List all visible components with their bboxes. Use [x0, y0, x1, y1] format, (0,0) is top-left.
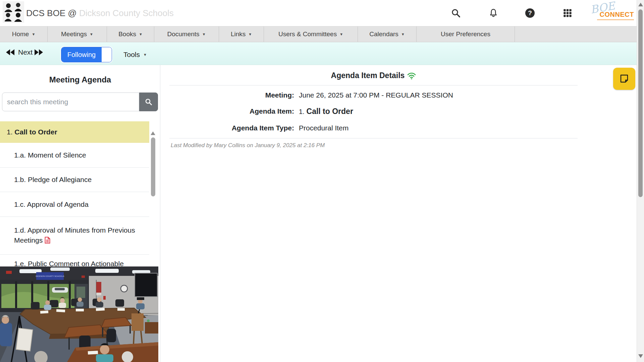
scrollbar-thumb[interactable]	[638, 9, 643, 197]
bell-icon	[488, 8, 498, 18]
next-item-button[interactable]: Next	[18, 48, 43, 56]
sidebar-title: Meeting Agenda	[0, 75, 160, 84]
scroll-down-arrow[interactable]	[638, 354, 643, 358]
agenda-item-call-to-order[interactable]: 1. Call to Order	[0, 121, 149, 143]
sidebar-scroll-up-arrow[interactable]	[151, 131, 155, 135]
tab-user-preferences[interactable]: User Preferences	[417, 26, 515, 42]
tools-menu-button[interactable]: Tools ▼	[123, 47, 147, 62]
people-logo-icon	[3, 1, 24, 23]
board-name: DCS BOE @	[26, 8, 77, 18]
add-note-button[interactable]	[613, 68, 635, 90]
agenda-item-details-panel: Agenda Item Details Meeting: June 26, 20…	[169, 65, 578, 362]
svg-text:DICKSON COUNTY SCHOOLS: DICKSON COUNTY SCHOOLS	[36, 275, 64, 277]
search-button[interactable]	[451, 0, 461, 26]
meeting-row: Meeting: June 26, 2025 at 7:00 PM - REGU…	[169, 88, 578, 102]
boe-connect-logo[interactable]: BOE CONNECT	[590, 2, 637, 24]
brand-word-text: CONNECT	[600, 11, 634, 18]
sidebar-divider	[160, 65, 160, 362]
tab-links[interactable]: Links▼	[219, 26, 264, 42]
fast-forward-icon	[35, 49, 43, 55]
tab-documents[interactable]: Documents▼	[154, 26, 219, 42]
tab-home[interactable]: Home▼	[0, 26, 48, 42]
agenda-item-type-row: Agenda Item Type: Procedural Item	[169, 121, 578, 135]
apps-grid-icon	[563, 8, 572, 18]
chevron-down-icon: ▼	[90, 32, 93, 36]
agenda-search-button[interactable]	[139, 93, 158, 111]
meeting-room-scene: DICKSON COUNTY SCHOOLS	[0, 266, 158, 362]
agenda-search-input[interactable]	[2, 93, 139, 111]
tab-users-committees[interactable]: Users & Committees▼	[264, 26, 358, 42]
chevron-down-icon: ▼	[32, 32, 35, 36]
tab-meetings[interactable]: Meetings▼	[48, 26, 107, 42]
boe-connect-app: DCS BOE @ Dickson County Schools ?	[0, 0, 644, 362]
tab-books[interactable]: Books▼	[107, 26, 154, 42]
chevron-down-icon: ▼	[139, 32, 143, 36]
sticky-note-icon	[619, 73, 630, 84]
app-header: DCS BOE @ Dickson County Schools ?	[0, 0, 644, 26]
divider	[169, 138, 578, 138]
search-icon	[451, 8, 461, 18]
chevron-down-icon: ▼	[339, 32, 343, 36]
agenda-item-moment-of-silence[interactable]: 1.a. Moment of Silence	[0, 143, 149, 168]
main-nav: Home▼ Meetings▼ Books▼ Documents▼ Links▼…	[0, 26, 644, 42]
following-toggle-label: Following	[61, 47, 102, 62]
rewind-icon	[6, 49, 15, 55]
help-icon: ?	[525, 8, 535, 18]
chevron-down-icon: ▼	[202, 32, 206, 36]
page-scrollbar[interactable]	[637, 0, 644, 362]
page-title: DCS BOE @ Dickson County Schools	[26, 8, 174, 18]
toggle-knob	[102, 47, 112, 62]
details-title: Agenda Item Details	[169, 71, 578, 80]
sidebar-scrollbar-thumb[interactable]	[151, 137, 155, 196]
agenda-item-row: Agenda Item: 1. Call to Order	[169, 105, 578, 118]
last-modified-text: Last Modified by Mary Collins on January…	[171, 142, 325, 149]
previous-item-button[interactable]	[6, 49, 15, 55]
chevron-down-icon: ▼	[248, 32, 252, 36]
scroll-up-arrow[interactable]	[638, 3, 643, 6]
following-toggle[interactable]: Following	[61, 47, 112, 62]
wifi-icon	[407, 72, 416, 79]
brand-underline	[597, 19, 634, 20]
document-icon[interactable]	[45, 236, 50, 246]
chevron-down-icon: ▼	[143, 53, 147, 57]
apps-button[interactable]	[563, 0, 572, 26]
chevron-down-icon: ▼	[401, 32, 405, 36]
help-button[interactable]: ?	[525, 0, 535, 26]
agenda-item-pledge-of-allegiance[interactable]: 1.b. Pledge of Allegiance	[0, 168, 149, 192]
district-name: Dickson County Schools	[79, 8, 174, 18]
notifications-button[interactable]	[488, 0, 498, 26]
search-icon	[145, 98, 153, 106]
meeting-video-feed[interactable]: DICKSON COUNTY SCHOOLS	[0, 266, 158, 362]
district-logo[interactable]	[3, 1, 24, 23]
agenda-item-approval-of-minutes[interactable]: 1.d. Approval of Minutes from Previous M…	[0, 217, 149, 255]
tab-calendars[interactable]: Calendars▼	[358, 26, 417, 42]
divider	[169, 85, 578, 85]
agenda-item-approval-of-agenda[interactable]: 1.c. Approval of Agenda	[0, 192, 149, 217]
